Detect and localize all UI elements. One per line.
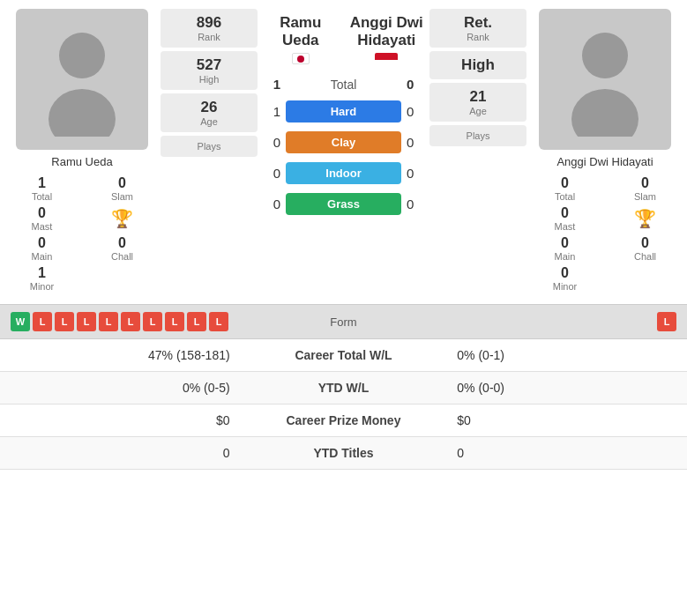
left-player-photo: [16, 9, 148, 150]
right-plays-box: Plays: [429, 125, 526, 146]
right-big-name: Anggi Dwi Hidayati: [344, 14, 427, 66]
hard-row: 1 Hard 0: [261, 100, 426, 122]
stats-row: 0 YTD Titles 0: [0, 437, 687, 470]
svg-point-0: [59, 33, 105, 78]
stat-left: $0: [0, 404, 241, 437]
left-player-stats: 1 Total 0 Slam 0 Mast 🏆 0 Main: [7, 175, 157, 292]
right-form-badges: L: [406, 312, 677, 331]
svg-point-1: [49, 89, 116, 137]
form-badge-right: L: [657, 312, 676, 331]
left-total-stat: 1 Total: [7, 175, 77, 202]
stat-label: YTD Titles: [241, 437, 447, 470]
left-big-name: Ramu Ueda: [261, 14, 344, 66]
left-main-stat: 0 Main: [7, 235, 77, 262]
stats-row: $0 Career Prize Money $0: [0, 404, 687, 437]
left-age-box: 26 Age: [161, 93, 258, 132]
form-badge-left: L: [165, 312, 184, 331]
stat-left: 47% (158-181): [0, 339, 241, 372]
stat-left: 0% (0-5): [0, 372, 241, 404]
stat-label: YTD W/L: [241, 372, 447, 404]
center-area: Ramu Ueda Anggi Dwi Hidayati: [261, 9, 426, 217]
career-stats-table: 47% (158-181) Career Total W/L 0% (0-1) …: [0, 339, 687, 470]
hard-badge: Hard: [286, 100, 401, 122]
right-player-col: Anggi Dwi Hidayati 0 Total 0 Slam 0 Mast…: [530, 9, 680, 292]
stat-right: 0% (0-0): [446, 372, 687, 404]
left-form-badges: WLLLLLLLLL: [11, 312, 282, 331]
left-center-stats: 896 Rank 527 High 26 Age Plays: [161, 9, 258, 157]
form-badge-left: L: [209, 312, 228, 331]
left-plays-box: Plays: [161, 136, 258, 157]
left-trophy: 🏆: [87, 205, 157, 232]
indoor-badge: Indoor: [286, 162, 401, 184]
form-badge-left: L: [99, 312, 118, 331]
form-badge-left: L: [33, 312, 52, 331]
form-section: WLLLLLLLLL Form L: [0, 304, 687, 339]
form-badge-left: L: [143, 312, 162, 331]
left-chall-stat: 0 Chall: [87, 235, 157, 262]
stats-row: 47% (158-181) Career Total W/L 0% (0-1): [0, 339, 687, 372]
form-badge-left: L: [77, 312, 96, 331]
right-total-stat: 0 Total: [530, 175, 600, 202]
left-minor-stat: 1 Minor: [7, 265, 77, 292]
stat-label: Career Prize Money: [241, 404, 447, 437]
form-badge-left: L: [187, 312, 206, 331]
stat-left: 0: [0, 437, 241, 470]
svg-point-2: [582, 33, 628, 78]
left-mast-stat: 0 Mast: [7, 205, 77, 232]
left-rank-box: 896 Rank: [161, 9, 258, 48]
form-label: Form: [282, 315, 406, 329]
right-high-box: High: [429, 51, 526, 79]
right-player-photo: [539, 9, 671, 150]
stat-right: 0: [446, 437, 687, 470]
right-player-name: Anggi Dwi Hidayati: [556, 155, 653, 168]
right-main-stat: 0 Main: [530, 235, 600, 262]
form-badge-left: W: [11, 312, 30, 331]
grass-row: 0 Grass 0: [261, 193, 426, 215]
total-score-row: 1 Total 0: [261, 77, 426, 92]
form-badge-left: L: [121, 312, 140, 331]
left-player-name: Ramu Ueda: [51, 155, 112, 168]
right-age-box: 21 Age: [429, 83, 526, 122]
right-slam-stat: 0 Slam: [610, 175, 680, 202]
stat-right: $0: [446, 404, 687, 437]
left-flag: [292, 53, 310, 64]
right-flag: [375, 53, 398, 66]
right-player-stats: 0 Total 0 Slam 0 Mast 🏆 0 Main: [530, 175, 680, 292]
right-chall-stat: 0 Chall: [610, 235, 680, 262]
stat-label: Career Total W/L: [241, 339, 447, 372]
indoor-row: 0 Indoor 0: [261, 162, 426, 184]
right-mast-stat: 0 Mast: [530, 205, 600, 232]
clay-row: 0 Clay 0: [261, 131, 426, 153]
right-trophy: 🏆: [610, 205, 680, 232]
stats-row: 0% (0-5) YTD W/L 0% (0-0): [0, 372, 687, 404]
grass-badge: Grass: [286, 193, 401, 215]
right-center-stats: Ret. Rank High 21 Age Plays: [429, 9, 526, 146]
form-badge-left: L: [55, 312, 74, 331]
right-minor-stat: 0 Minor: [530, 265, 600, 292]
left-slam-stat: 0 Slam: [87, 175, 157, 202]
stat-right: 0% (0-1): [446, 339, 687, 372]
left-high-box: 527 High: [161, 51, 258, 90]
svg-point-3: [571, 89, 638, 137]
right-rank-box: Ret. Rank: [429, 9, 526, 48]
clay-badge: Clay: [286, 131, 401, 153]
